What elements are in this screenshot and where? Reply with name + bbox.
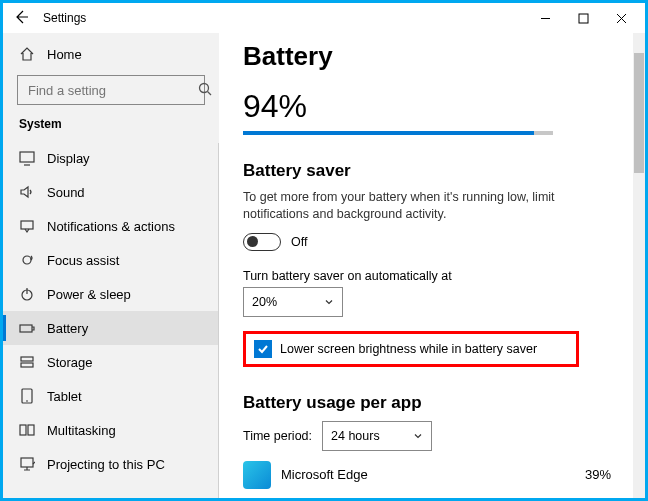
- titlebar: Settings: [3, 3, 645, 33]
- svg-rect-12: [21, 458, 33, 467]
- sound-icon: [19, 184, 35, 200]
- battery-saver-toggle[interactable]: [243, 233, 281, 251]
- time-period-label: Time period:: [243, 429, 312, 443]
- app-pct: 39%: [585, 467, 611, 482]
- svg-rect-3: [21, 221, 33, 229]
- auto-on-label: Turn battery saver on automatically at: [243, 269, 621, 283]
- sidebar-item-projecting-to-this-pc[interactable]: Projecting to this PC: [3, 447, 219, 481]
- sidebar-item-label: Storage: [47, 355, 93, 370]
- svg-rect-6: [20, 325, 32, 332]
- scrollbar[interactable]: [633, 33, 645, 498]
- notifications-icon: [19, 218, 35, 234]
- battery-saver-heading: Battery saver: [243, 161, 621, 181]
- sidebar-item-label: Sound: [47, 185, 85, 200]
- sidebar-item-label: Tablet: [47, 389, 82, 404]
- svg-rect-0: [579, 14, 588, 23]
- home-label: Home: [47, 47, 82, 62]
- multitasking-icon: [19, 422, 35, 438]
- home-nav[interactable]: Home: [3, 37, 219, 71]
- sidebar-item-label: Power & sleep: [47, 287, 131, 302]
- back-button[interactable]: [13, 9, 29, 28]
- close-button[interactable]: [607, 7, 635, 29]
- scrollbar-thumb[interactable]: [634, 53, 644, 173]
- svg-rect-11: [28, 425, 34, 435]
- auto-on-value: 20%: [252, 295, 277, 309]
- time-period-value: 24 hours: [331, 429, 380, 443]
- usage-heading: Battery usage per app: [243, 393, 621, 413]
- sidebar-item-label: Projecting to this PC: [47, 457, 165, 472]
- section-label: System: [3, 115, 219, 141]
- battery-percentage: 94%: [243, 88, 621, 125]
- sidebar-item-label: Notifications & actions: [47, 219, 175, 234]
- sidebar-item-focus-assist[interactable]: Focus assist: [3, 243, 219, 277]
- toggle-state-label: Off: [291, 235, 307, 249]
- sidebar-item-tablet[interactable]: Tablet: [3, 379, 219, 413]
- maximize-button[interactable]: [569, 7, 597, 29]
- battery-progress: [243, 131, 553, 135]
- search-icon: [198, 82, 212, 99]
- svg-point-1: [200, 83, 209, 92]
- brightness-checkbox[interactable]: [254, 340, 272, 358]
- sidebar-item-power-sleep[interactable]: Power & sleep: [3, 277, 219, 311]
- auto-on-select[interactable]: 20%: [243, 287, 343, 317]
- search-field[interactable]: [26, 82, 198, 99]
- time-period-select[interactable]: 24 hours: [322, 421, 432, 451]
- svg-rect-10: [20, 425, 26, 435]
- sidebar-item-multitasking[interactable]: Multitasking: [3, 413, 219, 447]
- home-icon: [19, 46, 35, 62]
- sidebar-item-label: Focus assist: [47, 253, 119, 268]
- sidebar-item-label: Display: [47, 151, 90, 166]
- brightness-label: Lower screen brightness while in battery…: [280, 342, 537, 356]
- sidebar-item-display[interactable]: Display: [3, 141, 219, 175]
- svg-rect-8: [21, 363, 33, 367]
- focus-icon: [19, 252, 35, 268]
- sidebar-item-label: Battery: [47, 321, 88, 336]
- sidebar-item-storage[interactable]: Storage: [3, 345, 219, 379]
- search-input[interactable]: [17, 75, 205, 105]
- projecting-icon: [19, 456, 35, 472]
- power-icon: [19, 286, 35, 302]
- sidebar-item-battery[interactable]: Battery: [3, 311, 219, 345]
- app-name: Microsoft Edge: [281, 467, 368, 482]
- brightness-checkbox-row[interactable]: Lower screen brightness while in battery…: [243, 331, 579, 367]
- svg-rect-2: [20, 152, 34, 162]
- battery-icon: [19, 320, 35, 336]
- svg-point-4: [23, 256, 31, 264]
- sidebar-item-notifications-actions[interactable]: Notifications & actions: [3, 209, 219, 243]
- battery-saver-desc: To get more from your battery when it's …: [243, 189, 621, 223]
- svg-rect-7: [21, 357, 33, 361]
- main-content: Battery 94% Battery saver To get more fr…: [219, 33, 645, 498]
- minimize-button[interactable]: [531, 7, 559, 29]
- app-usage-row[interactable]: Microsoft Edge 39%: [243, 461, 621, 489]
- tablet-icon: [19, 388, 35, 404]
- sidebar-item-label: Multitasking: [47, 423, 116, 438]
- edge-icon: [243, 461, 271, 489]
- window-title: Settings: [43, 11, 86, 25]
- page-title: Battery: [243, 41, 621, 72]
- display-icon: [19, 150, 35, 166]
- storage-icon: [19, 354, 35, 370]
- sidebar: Home System DisplaySoundNotifications & …: [3, 33, 219, 498]
- sidebar-item-sound[interactable]: Sound: [3, 175, 219, 209]
